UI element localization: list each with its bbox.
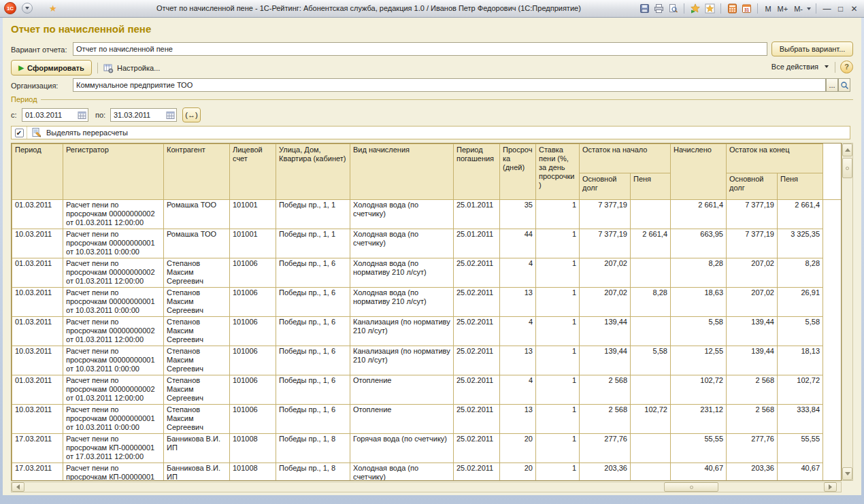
table-cell[interactable]: 207,02: [580, 288, 631, 317]
col-header-closing-balance[interactable]: Остаток на конец: [727, 144, 823, 173]
table-cell[interactable]: 1: [536, 434, 580, 463]
table-cell[interactable]: 203,36: [727, 463, 778, 482]
table-cell[interactable]: 17.03.2011: [12, 434, 63, 463]
table-cell[interactable]: 10.03.2011: [12, 288, 63, 317]
table-cell[interactable]: 1: [536, 463, 580, 482]
table-cell[interactable]: 2 661,4: [778, 200, 823, 229]
table-cell[interactable]: 101006: [230, 288, 276, 317]
table-cell[interactable]: 1: [536, 346, 580, 375]
organization-select-button[interactable]: ...: [826, 78, 838, 92]
table-cell[interactable]: [631, 463, 671, 482]
table-cell[interactable]: 7 377,19: [580, 229, 631, 258]
table-cell[interactable]: 2 568: [727, 375, 778, 405]
table-cell[interactable]: 101006: [230, 317, 276, 346]
table-cell[interactable]: 25.01.2011: [454, 229, 500, 258]
table-cell[interactable]: 2 568: [727, 405, 778, 434]
table-cell[interactable]: [631, 375, 671, 405]
period-range-button[interactable]: (↔): [182, 107, 201, 122]
scroll-down-button[interactable]: [842, 467, 852, 480]
col-header-account[interactable]: Лицевой счет: [230, 144, 276, 200]
col-header-penalty-closing[interactable]: Пеня: [778, 173, 823, 200]
table-cell[interactable]: 25.02.2011: [454, 434, 500, 463]
table-cell[interactable]: 277,76: [727, 434, 778, 463]
table-cell[interactable]: Холодная вода (по счетчику): [350, 463, 454, 482]
table-cell[interactable]: 139,44: [727, 346, 778, 375]
table-cell[interactable]: Ромашка ТОО: [164, 229, 230, 258]
table-cell[interactable]: Канализация (по нормативу 210 л/сут): [350, 346, 454, 375]
table-cell[interactable]: Ромашка ТОО: [164, 200, 230, 229]
memory-m-minus-button[interactable]: M-: [792, 5, 805, 13]
calendar-picker-icon[interactable]: [166, 111, 175, 120]
table-cell[interactable]: 10.03.2011: [12, 346, 63, 375]
col-header-penalty-opening[interactable]: Пеня: [631, 173, 671, 200]
table-cell[interactable]: 55,55: [778, 434, 823, 463]
all-actions-button[interactable]: Все действия: [771, 63, 829, 71]
table-cell[interactable]: 01.03.2011: [12, 375, 63, 405]
calendar-icon[interactable]: 31: [740, 3, 752, 14]
variant-input[interactable]: [73, 42, 767, 56]
table-cell[interactable]: [631, 200, 671, 229]
memory-m-button[interactable]: M: [763, 5, 773, 13]
table-cell[interactable]: 333,84: [778, 405, 823, 434]
table-cell[interactable]: Расчет пени по просрочкам КП-00000001 от…: [63, 463, 164, 482]
table-cell[interactable]: Степанов Максим Сергеевич: [164, 405, 230, 434]
col-header-kontragent[interactable]: Контрагент: [164, 144, 230, 200]
table-cell[interactable]: Расчет пени по просрочкам 00000000001 от…: [63, 405, 164, 434]
table-cell[interactable]: Победы пр., 1, 1: [276, 200, 350, 229]
favorites-list-icon[interactable]: [703, 3, 716, 14]
minimize-button[interactable]: —: [821, 4, 833, 14]
table-cell[interactable]: 102,72: [778, 375, 823, 405]
calculator-icon[interactable]: [726, 3, 738, 14]
table-cell[interactable]: Расчет пени по просрочкам 00000000002 от…: [63, 200, 164, 229]
table-cell[interactable]: 25.01.2011: [454, 200, 500, 229]
table-cell[interactable]: Холодная вода (по нормативу 210 л/сут): [350, 288, 454, 317]
table-cell[interactable]: 5,58: [671, 317, 727, 346]
table-cell[interactable]: Расчет пени по просрочкам КП-00000001 от…: [63, 434, 164, 463]
table-cell[interactable]: 55,55: [671, 434, 727, 463]
table-cell[interactable]: Холодная вода (по счетчику): [350, 200, 454, 229]
table-cell[interactable]: 207,02: [727, 258, 778, 288]
table-cell[interactable]: 8,28: [631, 288, 671, 317]
table-cell[interactable]: 102,72: [631, 405, 671, 434]
calendar-picker-icon[interactable]: [78, 111, 86, 120]
table-cell[interactable]: 01.03.2011: [12, 258, 63, 288]
table-cell[interactable]: Победы пр., 1, 1: [276, 229, 350, 258]
period-from-input[interactable]: 01.03.2011: [22, 108, 88, 122]
table-cell[interactable]: 01.03.2011: [12, 317, 63, 346]
table-cell[interactable]: 101006: [230, 405, 276, 434]
choose-variant-button[interactable]: Выбрать вариант...: [771, 41, 853, 56]
table-cell[interactable]: Горячая вода (по счетчику): [350, 434, 454, 463]
table-cell[interactable]: 139,44: [580, 317, 631, 346]
period-to-input[interactable]: 31.03.2011: [110, 108, 177, 122]
table-cell[interactable]: 101001: [230, 200, 276, 229]
col-header-opening-balance[interactable]: Остаток на начало: [580, 144, 671, 173]
table-cell[interactable]: 18,63: [671, 288, 727, 317]
table-cell[interactable]: 101006: [230, 375, 276, 405]
table-cell[interactable]: 18,13: [778, 346, 823, 375]
table-cell[interactable]: 13: [500, 288, 536, 317]
table-cell[interactable]: 1: [536, 258, 580, 288]
table-cell[interactable]: 101001: [230, 229, 276, 258]
scroll-left-button[interactable]: [12, 482, 24, 492]
table-cell[interactable]: 101008: [230, 434, 276, 463]
table-cell[interactable]: 2 661,4: [631, 229, 671, 258]
table-cell[interactable]: 1: [536, 229, 580, 258]
table-cell[interactable]: 20: [500, 463, 536, 482]
table-cell[interactable]: Расчет пени по просрочкам 00000000002 от…: [63, 375, 164, 405]
table-cell[interactable]: Победы пр., 1, 8: [276, 463, 350, 482]
table-cell[interactable]: Канализация (по нормативу 210 л/сут): [350, 317, 454, 346]
table-cell[interactable]: 203,36: [580, 463, 631, 482]
table-cell[interactable]: 101008: [230, 463, 276, 482]
table-cell[interactable]: Отопление: [350, 375, 454, 405]
table-cell[interactable]: Банникова В.И. ИП: [164, 434, 230, 463]
close-button[interactable]: ✕: [848, 4, 860, 14]
print-preview-icon[interactable]: [667, 3, 679, 14]
table-cell[interactable]: Победы пр., 1, 6: [276, 375, 350, 405]
organization-open-button[interactable]: [838, 78, 850, 92]
table-cell[interactable]: 25.02.2011: [454, 317, 500, 346]
table-cell[interactable]: 4: [500, 375, 536, 405]
table-cell[interactable]: 25.02.2011: [454, 288, 500, 317]
print-icon[interactable]: [652, 3, 665, 14]
table-cell[interactable]: 1: [536, 375, 580, 405]
col-header-accrual-type[interactable]: Вид начисления: [350, 144, 454, 200]
